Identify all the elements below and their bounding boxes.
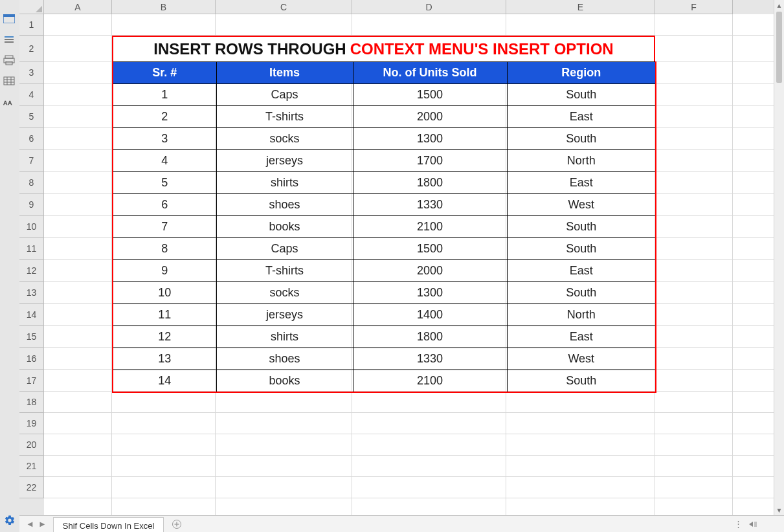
table-row[interactable]: 12shirts1800East: [113, 326, 656, 348]
cell[interactable]: 1400: [353, 304, 507, 326]
horizontal-scrollbar[interactable]: ⋮: [701, 516, 784, 532]
row-head-10[interactable]: 10: [19, 216, 44, 238]
vertical-scrollbar[interactable]: ▲ ▼: [774, 0, 784, 515]
row-head-1[interactable]: 1: [19, 14, 44, 36]
row-head-2[interactable]: 2: [19, 36, 44, 61]
row-head-9[interactable]: 9: [19, 194, 44, 216]
cell[interactable]: South: [507, 84, 656, 106]
cell[interactable]: 5: [113, 172, 216, 194]
col-head-F[interactable]: F: [655, 0, 733, 14]
cell[interactable]: shirts: [216, 172, 353, 194]
row-head-20[interactable]: 20: [19, 434, 44, 456]
cell[interactable]: 8: [113, 238, 216, 260]
cell[interactable]: East: [507, 326, 656, 348]
cell[interactable]: 9: [113, 260, 216, 282]
row-head-8[interactable]: 8: [19, 172, 44, 194]
find-icon[interactable]: ᴀᴀ: [3, 96, 15, 107]
cell[interactable]: books: [216, 370, 353, 392]
list-icon[interactable]: [3, 34, 15, 45]
table-row[interactable]: 4jerseys1700North: [113, 150, 656, 172]
cell[interactable]: South: [507, 238, 656, 260]
cell[interactable]: 2100: [353, 370, 507, 392]
row-head-21[interactable]: 21: [19, 456, 44, 477]
row-head-7[interactable]: 7: [19, 150, 44, 172]
cell[interactable]: East: [507, 106, 656, 128]
table-row[interactable]: 5shirts1800East: [113, 172, 656, 194]
cell[interactable]: books: [216, 216, 353, 238]
cell[interactable]: 1500: [353, 238, 507, 260]
window-icon[interactable]: [3, 13, 15, 25]
col-head-A[interactable]: A: [44, 0, 112, 14]
row-head-4[interactable]: 4: [19, 83, 44, 105]
table-row[interactable]: 9T-shirts2000East: [113, 260, 656, 282]
row-head-14[interactable]: 14: [19, 304, 44, 326]
row-head-13[interactable]: 13: [19, 282, 44, 304]
cell[interactable]: 1330: [353, 194, 507, 216]
cell[interactable]: jerseys: [216, 150, 353, 172]
cell[interactable]: 7: [113, 216, 216, 238]
row-head-18[interactable]: 18: [19, 392, 44, 413]
cell[interactable]: East: [507, 260, 656, 282]
cell[interactable]: 3: [113, 128, 216, 150]
table-row[interactable]: 10socks1300South: [113, 282, 656, 304]
cell[interactable]: East: [507, 172, 656, 194]
col-head-E[interactable]: E: [506, 0, 655, 14]
row-head-17[interactable]: 17: [19, 370, 44, 392]
table-row[interactable]: 2T-shirts2000East: [113, 106, 656, 128]
cell[interactable]: T-shirts: [216, 260, 353, 282]
print-icon[interactable]: [3, 54, 15, 66]
cell[interactable]: 1: [113, 84, 216, 106]
cell[interactable]: 13: [113, 348, 216, 370]
table-row[interactable]: 11jerseys1400North: [113, 304, 656, 326]
cell[interactable]: 1330: [353, 348, 507, 370]
cell[interactable]: shoes: [216, 348, 353, 370]
scroll-down-arrow[interactable]: ▼: [774, 505, 784, 515]
cell[interactable]: 2000: [353, 260, 507, 282]
table-row[interactable]: 13shoes1330West: [113, 348, 656, 370]
cell[interactable]: 6: [113, 194, 216, 216]
cell[interactable]: socks: [216, 282, 353, 304]
table-row[interactable]: 1Caps1500South: [113, 84, 656, 106]
cell[interactable]: South: [507, 128, 656, 150]
cell[interactable]: 11: [113, 304, 216, 326]
cell[interactable]: 1800: [353, 326, 507, 348]
cell[interactable]: shoes: [216, 194, 353, 216]
table-row[interactable]: 6shoes1330West: [113, 194, 656, 216]
row-head-16[interactable]: 16: [19, 348, 44, 370]
cell[interactable]: 4: [113, 150, 216, 172]
cell[interactable]: South: [507, 216, 656, 238]
table-row[interactable]: 14books2100South: [113, 370, 656, 392]
col-head-D[interactable]: D: [352, 0, 506, 14]
cell[interactable]: West: [507, 348, 656, 370]
cell[interactable]: 1300: [353, 128, 507, 150]
cell[interactable]: South: [507, 282, 656, 304]
cell[interactable]: 10: [113, 282, 216, 304]
cells-area[interactable]: INSERT ROWS THROUGHCONTEXT MENU'S INSERT…: [44, 14, 784, 515]
row-head-12[interactable]: 12: [19, 260, 44, 282]
settings-gear-icon[interactable]: [4, 515, 16, 528]
cell[interactable]: West: [507, 194, 656, 216]
table-row[interactable]: 3socks1300South: [113, 128, 656, 150]
cell[interactable]: South: [507, 370, 656, 392]
nav-next-icon[interactable]: ►: [38, 519, 47, 529]
col-head-C[interactable]: C: [216, 0, 352, 14]
cell[interactable]: jerseys: [216, 304, 353, 326]
row-head-15[interactable]: 15: [19, 326, 44, 348]
col-head-B[interactable]: B: [112, 0, 216, 14]
row-head-11[interactable]: 11: [19, 238, 44, 260]
new-sheet-button[interactable]: [164, 516, 190, 532]
cell[interactable]: socks: [216, 128, 353, 150]
cell[interactable]: 1300: [353, 282, 507, 304]
grid-icon[interactable]: [3, 75, 15, 87]
table-row[interactable]: 8Caps1500South: [113, 238, 656, 260]
select-all-corner[interactable]: [19, 0, 44, 14]
cell[interactable]: 12: [113, 326, 216, 348]
cell[interactable]: North: [507, 150, 656, 172]
cell[interactable]: 1500: [353, 84, 507, 106]
row-head-6[interactable]: 6: [19, 127, 44, 150]
nav-prev-icon[interactable]: ◄: [26, 519, 34, 529]
cell[interactable]: 2100: [353, 216, 507, 238]
cell[interactable]: Caps: [216, 84, 353, 106]
cell[interactable]: Caps: [216, 238, 353, 260]
sheet-nav-buttons[interactable]: ◄ ►: [19, 516, 53, 532]
